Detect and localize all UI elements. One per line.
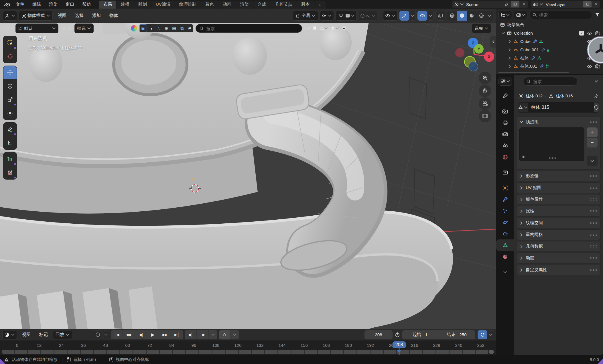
current-frame-field[interactable]: 208 (364, 330, 393, 339)
workspace-tab-scripting[interactable]: 脚本 (297, 1, 314, 9)
sync-toggle[interactable] (478, 330, 487, 339)
xray-toggle[interactable] (436, 11, 445, 21)
timeline-scrollbar[interactable] (2, 350, 489, 354)
unlink-scene-icon[interactable]: ✕ (520, 2, 528, 7)
camera-icon[interactable] (595, 64, 600, 68)
panel-animation-header[interactable]: 动画 (517, 253, 600, 263)
workspace-tab-layout[interactable]: 布局 (99, 1, 116, 9)
tab-modifiers[interactable] (496, 194, 514, 205)
properties-editor-type-dropdown[interactable] (498, 77, 512, 86)
drag-value-dropdown[interactable]: 框选 (74, 23, 94, 33)
proportional-edit-group[interactable] (358, 11, 377, 21)
new-viewlayer-button[interactable] (583, 1, 592, 7)
tab-collection[interactable] (496, 167, 514, 178)
measure-tool[interactable] (3, 136, 17, 149)
remove-vertex-group-button[interactable]: − (587, 138, 598, 147)
frame-start-field[interactable]: 起始1 (402, 330, 438, 339)
add-cube-tool[interactable] (3, 152, 17, 166)
add-vertex-group-button[interactable]: + (587, 127, 598, 137)
tool-search-input[interactable] (206, 26, 298, 31)
snap-with-icon[interactable] (345, 13, 350, 18)
strip-icon-3[interactable]: ⊕ (163, 24, 170, 32)
menu-window[interactable]: 窗口 (62, 1, 78, 8)
menu-object[interactable]: 物体 (106, 13, 121, 18)
properties-search-field[interactable] (523, 77, 578, 86)
workspace-tab-texpaint[interactable]: 纹理绘制 (175, 1, 201, 9)
panel-geometry-data-header[interactable]: 几何数据 (517, 241, 600, 251)
loop-range-button[interactable]: ∩ (219, 330, 230, 339)
panel-grip[interactable] (590, 210, 598, 213)
panel-grip[interactable] (590, 222, 598, 224)
timeline-menu-view[interactable]: 视图 (19, 332, 34, 337)
display-mode-dropdown[interactable] (319, 26, 328, 31)
panel-texture-space-header[interactable]: 纹理空间 (517, 218, 600, 228)
menu-help[interactable]: 帮助 (78, 1, 94, 8)
autokey-dropdown[interactable] (103, 330, 109, 339)
tab-world[interactable] (496, 151, 514, 163)
outliner-display-mode-dropdown[interactable] (498, 11, 512, 19)
playhead-frame-badge[interactable]: 208 (393, 341, 406, 348)
tab-output[interactable] (496, 117, 514, 128)
outliner-row-cube001[interactable]: Cube.001 (496, 46, 603, 54)
panel-grip[interactable] (590, 233, 598, 236)
snap-target-dropdown[interactable] (320, 11, 334, 21)
outliner-row-cube[interactable]: Cube (496, 37, 603, 46)
panel-grip[interactable] (590, 269, 598, 271)
frame-end-field[interactable]: 结束250 (438, 330, 475, 339)
sync-dropdown[interactable] (488, 330, 494, 339)
panel-grip[interactable] (590, 245, 598, 248)
panel-vertex-groups-header[interactable]: 顶点组 (517, 117, 600, 127)
rotate-tool[interactable] (3, 79, 17, 93)
panel-attributes-header[interactable]: 属性 (517, 206, 600, 216)
tab-render[interactable] (496, 105, 514, 117)
prev-keyframe-button[interactable]: ◀◆ (123, 330, 135, 339)
strip-icon-4[interactable]: ▤ (170, 24, 178, 32)
tab-object[interactable] (496, 182, 514, 194)
transform-orientation-dropdown[interactable]: 全局 (293, 11, 318, 21)
gizmo-y-axis[interactable]: Y (474, 44, 484, 54)
scene-name[interactable]: Scene (466, 2, 503, 7)
orientation-value-dropdown[interactable]: 默认 (15, 23, 58, 33)
menu-edit[interactable]: 编辑 (29, 1, 45, 8)
outliner-filter-icon[interactable] (594, 13, 601, 17)
pin-icon[interactable] (503, 2, 510, 7)
frame-back-button[interactable]: ◀│ (185, 330, 197, 339)
properties-search-input[interactable] (533, 79, 574, 84)
cut-tool[interactable] (3, 166, 17, 179)
vertex-group-specials-menu[interactable] (587, 156, 598, 166)
loop-range-dropdown[interactable] (230, 330, 239, 339)
panel-grip[interactable] (590, 186, 598, 189)
overlays-dropdown[interactable] (427, 11, 434, 21)
panel-shape-keys-header[interactable]: 形态键 (517, 171, 600, 181)
outliner-scrollbar[interactable] (498, 72, 569, 73)
datablock-type-dropdown[interactable] (518, 103, 528, 112)
list-resize-grip[interactable] (549, 157, 557, 159)
pan-button[interactable] (479, 84, 491, 97)
workspace-tab-animation[interactable]: 动画 (218, 1, 236, 9)
modifier-wrench-icon[interactable] (533, 39, 537, 44)
workspace-tab-rendering[interactable]: 渲染 (236, 1, 253, 9)
menu-file[interactable]: 文件 (12, 1, 28, 8)
properties-options-dropdown[interactable] (592, 79, 601, 83)
jump-to-start-button[interactable]: │◀ (111, 330, 123, 339)
workspace-tab-sculpt[interactable]: 雕刻 (134, 1, 151, 9)
timeline-editor-type-button[interactable] (2, 330, 17, 339)
stopwatch-icon[interactable] (395, 332, 400, 337)
outliner-row-cylinder001[interactable]: 柱体.001 (496, 62, 603, 70)
timeline-menu-marker[interactable]: 标记 (36, 332, 51, 337)
frame-step-dropdown[interactable] (209, 330, 217, 339)
tab-scene[interactable] (496, 140, 514, 151)
strip-icon-2[interactable]: ∴ (155, 24, 162, 32)
filter-dropdown[interactable] (330, 26, 339, 31)
outliner-row-collection[interactable]: Collection ✓ (496, 29, 603, 37)
gizmo-x-axis[interactable]: X (484, 52, 494, 62)
timeline-ruler[interactable]: 0122436486072849610812013214415616818019… (0, 341, 496, 355)
select-box-tool[interactable] (3, 36, 17, 50)
viewport-3d[interactable]: 物体模式 视图 选择 添加 物体 全局 (0, 9, 496, 329)
collapse-strip-icon[interactable] (125, 26, 129, 30)
bookmark-icon[interactable] (312, 26, 317, 31)
gizmo-toggle[interactable] (399, 11, 409, 21)
modifier-wrench-icon[interactable] (531, 56, 535, 60)
jump-to-end-button[interactable]: ▶│ (171, 330, 183, 339)
play-reverse-button[interactable]: ◀ (135, 330, 147, 339)
